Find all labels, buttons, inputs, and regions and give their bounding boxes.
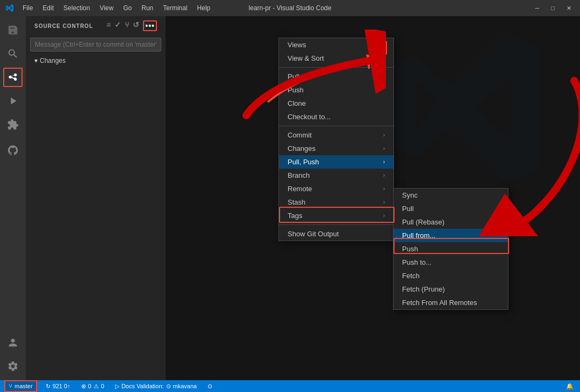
maximize-button[interactable]: □ <box>548 4 558 13</box>
minimize-button[interactable]: ─ <box>532 4 543 13</box>
docs-label: Docs Validation: <box>121 383 164 389</box>
menu-selection[interactable]: Selection <box>59 3 94 13</box>
separator-2 <box>279 126 393 126</box>
menu-item-checkout[interactable]: Checkout to... <box>279 110 393 124</box>
statusbar-branch[interactable]: ⑂ master <box>4 380 37 392</box>
chevron-down-icon: ▾ <box>34 57 38 64</box>
submenu-arrow-views: › <box>383 42 385 48</box>
titlebar: File Edit Selection View Go Run Terminal… <box>0 0 580 16</box>
content-area: Views › View & Sort › Pull Push Clone Ch… <box>166 16 580 380</box>
menu-item-views[interactable]: Views › <box>279 38 393 52</box>
menu-file[interactable]: File <box>18 3 37 13</box>
menu-item-clone[interactable]: Clone <box>279 97 393 110</box>
menu-go[interactable]: Go <box>119 3 136 13</box>
activity-icon-account[interactable] <box>3 333 23 352</box>
activity-bar <box>0 16 26 380</box>
submenu-item-sync[interactable]: Sync <box>393 188 508 202</box>
submenu-item-pull-from[interactable]: Pull from... <box>393 229 508 242</box>
statusbar: ⑂ master ↻ 921 0↑ ⊗ 0 ⚠ 0 ▷ Docs Validat… <box>0 380 580 392</box>
window-controls: ─ □ ✕ <box>532 4 575 13</box>
activity-icon-search[interactable] <box>3 44 23 63</box>
branch-icon: ⑂ <box>9 382 12 390</box>
bell-icon: 🔔 <box>566 383 574 390</box>
separator-3 <box>279 224 393 225</box>
menu-item-remote[interactable]: Remote › <box>279 182 393 195</box>
branch-name: master <box>15 383 33 389</box>
submenu-item-push-to[interactable]: Push to... <box>393 256 508 269</box>
sync-icon: ↻ <box>46 383 51 390</box>
submenu-arrow-view-sort: › <box>383 55 385 61</box>
menu-item-changes[interactable]: Changes › <box>279 142 393 155</box>
warning-icon: ⚠ <box>94 383 99 390</box>
sync-count: 921 0↑ <box>53 383 70 389</box>
menu-run[interactable]: Run <box>137 3 157 13</box>
warning-count: 0 <box>101 383 104 389</box>
sidebar-header: Source Control ≡ ✓ ⑂ ↺ ••• <box>26 16 166 35</box>
submenu-arrow-stash: › <box>383 199 385 205</box>
submenu-arrow-tags: › <box>383 213 385 219</box>
changes-label: Changes <box>40 57 66 64</box>
sidebar-branch-icon[interactable]: ⑂ <box>125 20 130 31</box>
submenu-arrow-commit: › <box>383 132 385 138</box>
sidebar-check-icon[interactable]: ✓ <box>114 20 121 31</box>
submenu-item-fetch[interactable]: Fetch <box>393 269 508 282</box>
error-count: 0 <box>88 383 91 389</box>
sidebar-refresh-icon[interactable]: ↺ <box>133 20 140 31</box>
window-title: learn-pr - Visual Studio Code <box>249 4 332 12</box>
vscode-logo-icon <box>5 4 14 12</box>
main-layout: Source Control ≡ ✓ ⑂ ↺ ••• ▾ Changes <box>0 16 580 380</box>
submenu-item-pull[interactable]: Pull <box>393 202 508 215</box>
submenu-item-fetch-all[interactable]: Fetch From All Remotes <box>393 296 508 309</box>
commit-message-input[interactable] <box>30 38 161 52</box>
main-context-menu: Views › View & Sort › Pull Push Clone Ch… <box>278 38 394 241</box>
menu-item-stash[interactable]: Stash › <box>279 195 393 209</box>
menu-edit[interactable]: Edit <box>38 3 58 13</box>
submenu-item-pull-rebase[interactable]: Pull (Rebase) <box>393 215 508 229</box>
run-icon: ▷ <box>115 383 119 390</box>
sidebar: Source Control ≡ ✓ ⑂ ↺ ••• ▾ Changes <box>26 16 166 380</box>
menu-terminal[interactable]: Terminal <box>159 3 191 13</box>
error-icon: ⊗ <box>81 383 86 390</box>
submenu-arrow-remote: › <box>383 186 385 192</box>
user-name: mkavana <box>173 383 197 389</box>
sidebar-list-icon[interactable]: ≡ <box>106 20 111 31</box>
statusbar-errors[interactable]: ⊗ 0 ⚠ 0 <box>79 380 106 392</box>
user-icon-small: ⊙ <box>166 383 171 390</box>
activity-icon-run[interactable] <box>3 91 23 111</box>
sidebar-header-icons: ≡ ✓ ⑂ ↺ ••• <box>106 20 157 31</box>
activity-bar-bottom <box>3 333 23 380</box>
menu-item-tags[interactable]: Tags › <box>279 209 393 222</box>
activity-icon-source-control[interactable] <box>3 68 23 87</box>
close-button[interactable]: ✕ <box>563 4 575 13</box>
activity-icon-github[interactable] <box>3 141 23 160</box>
menu-item-pull-push[interactable]: Pull, Push › <box>279 155 393 169</box>
separator-1 <box>279 67 393 68</box>
menu-item-branch[interactable]: Branch › <box>279 169 393 182</box>
statusbar-bell[interactable]: 🔔 <box>564 380 576 392</box>
activity-icon-settings[interactable] <box>3 357 23 376</box>
sub-context-menu: Sync Pull Pull (Rebase) Pull from... Pus… <box>393 188 509 310</box>
submenu-item-push[interactable]: Push <box>393 242 508 256</box>
submenu-arrow-pull-push: › <box>383 159 385 165</box>
titlebar-left: File Edit Selection View Go Run Terminal… <box>5 3 214 13</box>
submenu-arrow-branch: › <box>383 172 385 178</box>
statusbar-history[interactable]: ⊙ <box>205 380 214 392</box>
menu-item-push[interactable]: Push <box>279 83 393 97</box>
submenu-arrow-changes: › <box>383 146 385 151</box>
menu-item-view-sort[interactable]: View & Sort › <box>279 52 393 65</box>
statusbar-sync[interactable]: ↻ 921 0↑ <box>44 380 73 392</box>
menu-help[interactable]: Help <box>193 3 215 13</box>
sidebar-title: Source Control <box>34 23 93 29</box>
menu-item-show-git-output[interactable]: Show Git Output <box>279 227 393 241</box>
activity-icon-explorer[interactable] <box>3 20 23 40</box>
statusbar-docs[interactable]: ▷ Docs Validation: ⊙ mkavana <box>113 380 199 392</box>
menu-item-pull[interactable]: Pull <box>279 70 393 83</box>
changes-section: ▾ Changes <box>26 54 166 68</box>
titlebar-menus: File Edit Selection View Go Run Terminal… <box>18 3 214 13</box>
activity-icon-extensions[interactable] <box>3 115 23 134</box>
history-icon: ⊙ <box>207 383 212 390</box>
sidebar-more-icon[interactable]: ••• <box>143 20 157 31</box>
submenu-item-fetch-prune[interactable]: Fetch (Prune) <box>393 282 508 296</box>
menu-view[interactable]: View <box>95 3 118 13</box>
menu-item-commit[interactable]: Commit › <box>279 128 393 142</box>
